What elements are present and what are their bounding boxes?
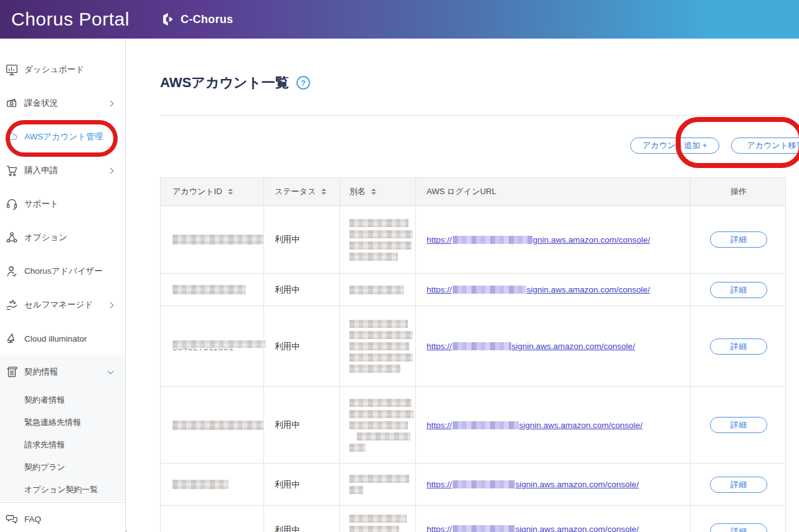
help-icon[interactable]: ? (296, 76, 310, 90)
aws-login-url-link[interactable]: https://gnin.aws.amazon.com/console/ (427, 235, 650, 245)
sidebar-item-label: オプション (24, 232, 67, 243)
billing-icon (4, 96, 19, 111)
sidebar-item-self-managed[interactable]: セルフマネージド (0, 288, 125, 322)
detail-button[interactable]: 詳細 (710, 282, 767, 298)
dashboard-icon (4, 62, 19, 77)
detail-button[interactable]: 詳細 (710, 523, 767, 532)
cell-account-id (161, 387, 264, 463)
sort-icon[interactable] (228, 189, 233, 195)
redacted-alias (349, 475, 409, 494)
sidebar-item-label: ダッシュボード (24, 64, 84, 75)
c-chorus-logo: C-Chorus (159, 11, 233, 27)
sidebar-subitem-contractor-info[interactable]: 契約者情報 (0, 389, 125, 411)
cell-login-url: https://signin.aws.amazon.com/console/ (416, 306, 691, 386)
column-label: ステータス (275, 186, 316, 197)
page-title: AWSアカウント一覧 (160, 73, 289, 92)
cell-alias (340, 306, 416, 386)
sidebar-item-label: 契約情報 (24, 366, 58, 378)
sort-icon[interactable] (371, 189, 376, 195)
cell-alias (340, 464, 416, 505)
table-row: 利用中 https://gnin.aws.amazon.com/console/… (161, 206, 785, 274)
sidebar-item-label: FAQ (24, 515, 41, 524)
aws-login-url-link[interactable]: https://signin.aws.amazon.com/console/ (427, 285, 650, 294)
sidebar-item-contract-info[interactable]: 契約情報 (0, 355, 125, 389)
contract-icon (4, 365, 19, 380)
sidebar-subitem-option-contract-list[interactable]: オプション契約一覧 (0, 478, 125, 501)
table-header-row: アカウントID ステータス 別名 AWS ログインURL 操作 (161, 178, 785, 206)
sort-icon[interactable] (321, 189, 326, 195)
sidebar-item-cloud-illuminator[interactable]: Cloud illuminator (0, 322, 125, 355)
cart-icon (4, 163, 19, 178)
chevron-right-icon (108, 302, 114, 308)
subitem-label: 請求先情報 (24, 439, 65, 450)
sidebar-item-label: セルフマネージド (24, 299, 93, 310)
sidebar-subitem-billing-address[interactable]: 請求先情報 (0, 434, 125, 456)
sidebar-item-options[interactable]: オプション (0, 221, 125, 254)
aws-login-url-link[interactable]: https://signin.aws.amazon.com/console/ (427, 525, 639, 532)
sidebar-item-label: AWSアカウント管理 (24, 131, 103, 142)
contract-info-group: 契約情報 契約者情報 緊急連絡先情報 請求先情報 契約プラン オプション契約一覧 (0, 355, 125, 501)
column-label: AWS ログインURL (427, 186, 496, 197)
sidebar-item-purchase-request[interactable]: 購入申請 (0, 154, 125, 187)
sidebar-item-chorus-advisor[interactable]: Chorusアドバイザー (0, 254, 125, 288)
column-header-account-id[interactable]: アカウントID (161, 178, 264, 205)
aws-login-url-link[interactable]: https://signin.aws.amazon.com/console/ (427, 342, 635, 351)
cell-actions: 詳細 (691, 206, 787, 273)
sidebar-item-support[interactable]: サポート (0, 187, 125, 221)
cell-account-id (161, 506, 264, 532)
redacted-url-part (453, 286, 526, 294)
redacted-url-part (453, 342, 511, 350)
redacted-url-part (453, 236, 532, 244)
cell-actions: 詳細 (691, 387, 787, 463)
cell-status: 利用中 (264, 274, 340, 306)
detail-button[interactable]: 詳細 (710, 417, 767, 433)
cell-account-id: 034027911801 (161, 306, 264, 386)
sidebar-item-label: 購入申請 (24, 165, 58, 176)
cell-login-url: https://gnin.aws.amazon.com/console/ (416, 206, 691, 273)
column-header-status[interactable]: ステータス (264, 178, 340, 205)
redacted-account-id (173, 421, 263, 430)
redacted-alias (349, 286, 404, 294)
sidebar-item-label: Chorusアドバイザー (24, 266, 103, 277)
advisor-icon (4, 264, 19, 279)
headset-icon (4, 197, 19, 212)
faq-icon (4, 511, 19, 526)
sidebar-item-dashboard[interactable]: ダッシュボード (0, 53, 125, 86)
column-label: 別名 (349, 186, 366, 197)
column-label: 操作 (730, 186, 747, 197)
add-account-button[interactable]: アカウント追加 + (630, 138, 719, 154)
hand-icon (4, 297, 19, 312)
sidebar-item-label: Cloud illuminator (24, 334, 87, 343)
transfer-account-button[interactable]: アカウント移管 (731, 138, 799, 154)
redacted-url-part (453, 525, 515, 532)
redacted-alias (349, 320, 413, 373)
cell-actions: 詳細 (691, 306, 787, 386)
sidebar-subitem-contract-plan[interactable]: 契約プラン (0, 456, 125, 478)
c-chorus-logo-text: C-Chorus (181, 13, 233, 26)
cell-login-url: https://signin.aws.amazon.com/console/ (416, 274, 691, 306)
top-header-bar: Chorus Portal C-Chorus (0, 0, 799, 39)
redacted-url-part (453, 421, 519, 429)
sidebar-subitem-emergency-contact[interactable]: 緊急連絡先情報 (0, 411, 125, 434)
redacted-alias (349, 399, 414, 452)
redacted-account-id (173, 235, 263, 245)
redacted-account-id (173, 285, 246, 294)
redacted-url-part (453, 480, 515, 488)
cell-login-url: https://signin.aws.amazon.com/console/ (416, 464, 691, 505)
detail-button[interactable]: 詳細 (710, 338, 767, 355)
chevron-right-icon (108, 100, 114, 106)
cell-account-id (161, 274, 264, 306)
cell-alias (340, 387, 416, 463)
detail-button[interactable]: 詳細 (710, 477, 767, 493)
aws-login-url-link[interactable]: https://signin.aws.amazon.com/console/ (427, 480, 639, 489)
aws-login-url-link[interactable]: https://signin.aws.amazon.com/console/ (427, 421, 643, 430)
column-header-actions: 操作 (691, 178, 787, 205)
sidebar-item-aws-account-management[interactable]: AWSアカウント管理 (0, 120, 125, 154)
subitem-label: 緊急連絡先情報 (24, 417, 81, 428)
column-header-alias[interactable]: 別名 (340, 178, 416, 205)
chevron-right-icon (108, 167, 114, 174)
cell-account-id (161, 206, 264, 273)
detail-button[interactable]: 詳細 (710, 231, 767, 248)
sidebar-item-faq[interactable]: FAQ (0, 503, 125, 532)
sidebar-item-billing[interactable]: 課金状況 (0, 86, 125, 120)
